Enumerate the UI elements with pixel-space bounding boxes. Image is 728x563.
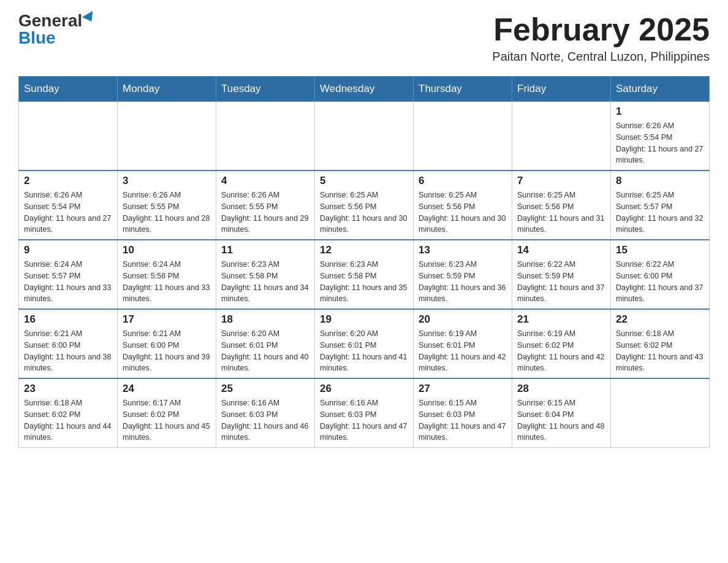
title-area: February 2025 Paitan Norte, Central Luzo… [492,12,710,64]
calendar-week-row: 23Sunrise: 6:18 AMSunset: 6:02 PMDayligh… [19,378,710,448]
day-number: 21 [517,313,605,326]
day-sun-info: Sunrise: 6:17 AMSunset: 6:02 PMDaylight:… [123,397,211,443]
calendar-cell: 20Sunrise: 6:19 AMSunset: 6:01 PMDayligh… [414,309,512,378]
calendar-cell: 25Sunrise: 6:16 AMSunset: 6:03 PMDayligh… [216,378,315,448]
calendar-cell: 28Sunrise: 6:15 AMSunset: 6:04 PMDayligh… [512,378,611,448]
calendar-cell [118,102,216,171]
day-sun-info: Sunrise: 6:20 AMSunset: 6:01 PMDaylight:… [221,328,309,374]
calendar-week-row: 1Sunrise: 6:26 AMSunset: 5:54 PMDaylight… [19,102,710,171]
month-title: February 2025 [492,12,710,47]
day-number: 26 [320,383,408,395]
calendar-cell: 7Sunrise: 6:25 AMSunset: 5:56 PMDaylight… [512,170,611,240]
day-number: 14 [517,244,605,256]
calendar-cell: 5Sunrise: 6:25 AMSunset: 5:56 PMDaylight… [315,170,414,240]
calendar-cell: 1Sunrise: 6:26 AMSunset: 5:54 PMDaylight… [611,102,710,171]
day-sun-info: Sunrise: 6:16 AMSunset: 6:03 PMDaylight:… [221,397,309,443]
logo-blue-text: Blue [18,28,56,47]
day-number: 10 [123,244,211,256]
day-sun-info: Sunrise: 6:15 AMSunset: 6:04 PMDaylight:… [517,397,605,443]
calendar-cell [611,378,710,448]
day-sun-info: Sunrise: 6:19 AMSunset: 6:02 PMDaylight:… [517,328,605,374]
calendar-cell: 10Sunrise: 6:24 AMSunset: 5:58 PMDayligh… [118,240,216,309]
day-number: 9 [24,244,112,256]
day-number: 22 [616,313,704,326]
calendar-cell: 6Sunrise: 6:25 AMSunset: 5:56 PMDaylight… [414,170,512,240]
day-sun-info: Sunrise: 6:25 AMSunset: 5:56 PMDaylight:… [419,190,507,236]
calendar-cell [512,102,611,171]
day-sun-info: Sunrise: 6:16 AMSunset: 6:03 PMDaylight:… [320,397,408,443]
day-sun-info: Sunrise: 6:21 AMSunset: 6:00 PMDaylight:… [24,328,112,374]
day-number: 25 [221,383,309,395]
day-number: 15 [616,244,704,256]
day-sun-info: Sunrise: 6:25 AMSunset: 5:56 PMDaylight:… [517,190,605,236]
day-sun-info: Sunrise: 6:26 AMSunset: 5:54 PMDaylight:… [616,120,704,166]
day-number: 5 [320,175,408,187]
calendar-header-row: SundayMondayTuesdayWednesdayThursdayFrid… [19,77,710,102]
day-number: 2 [24,175,112,187]
calendar-day-header: Saturday [611,77,710,102]
day-number: 3 [123,175,211,187]
day-sun-info: Sunrise: 6:18 AMSunset: 6:02 PMDaylight:… [616,328,704,374]
calendar-cell: 22Sunrise: 6:18 AMSunset: 6:02 PMDayligh… [611,309,710,378]
calendar-cell: 21Sunrise: 6:19 AMSunset: 6:02 PMDayligh… [512,309,611,378]
calendar-cell: 26Sunrise: 6:16 AMSunset: 6:03 PMDayligh… [315,378,414,448]
calendar-cell: 3Sunrise: 6:26 AMSunset: 5:55 PMDaylight… [118,170,216,240]
day-sun-info: Sunrise: 6:18 AMSunset: 6:02 PMDaylight:… [24,397,112,443]
calendar-cell: 18Sunrise: 6:20 AMSunset: 6:01 PMDayligh… [216,309,315,378]
calendar-cell [315,102,414,171]
day-number: 1 [616,105,704,118]
calendar-day-header: Sunday [19,77,118,102]
calendar-cell: 15Sunrise: 6:22 AMSunset: 6:00 PMDayligh… [611,240,710,309]
day-number: 4 [221,175,309,187]
calendar-cell [216,102,315,171]
calendar-cell: 4Sunrise: 6:26 AMSunset: 5:55 PMDaylight… [216,170,315,240]
day-sun-info: Sunrise: 6:24 AMSunset: 5:58 PMDaylight:… [123,259,211,305]
calendar-day-header: Wednesday [315,77,414,102]
calendar-cell: 2Sunrise: 6:26 AMSunset: 5:54 PMDaylight… [19,170,118,240]
day-number: 12 [320,244,408,256]
calendar-day-header: Tuesday [216,77,315,102]
calendar-table: SundayMondayTuesdayWednesdayThursdayFrid… [18,76,710,448]
logo: General Blue [18,12,96,47]
calendar-cell [414,102,512,171]
day-sun-info: Sunrise: 6:25 AMSunset: 5:57 PMDaylight:… [616,190,704,236]
day-sun-info: Sunrise: 6:23 AMSunset: 5:58 PMDaylight:… [221,259,309,305]
day-sun-info: Sunrise: 6:26 AMSunset: 5:55 PMDaylight:… [221,190,309,236]
calendar-cell: 13Sunrise: 6:23 AMSunset: 5:59 PMDayligh… [414,240,512,309]
day-number: 16 [24,313,112,326]
calendar-cell: 14Sunrise: 6:22 AMSunset: 5:59 PMDayligh… [512,240,611,309]
day-sun-info: Sunrise: 6:15 AMSunset: 6:03 PMDaylight:… [419,397,507,443]
day-sun-info: Sunrise: 6:21 AMSunset: 6:00 PMDaylight:… [123,328,211,374]
day-sun-info: Sunrise: 6:26 AMSunset: 5:54 PMDaylight:… [24,190,112,236]
calendar-cell: 24Sunrise: 6:17 AMSunset: 6:02 PMDayligh… [118,378,216,448]
day-number: 18 [221,313,309,326]
day-number: 23 [24,383,112,395]
day-sun-info: Sunrise: 6:19 AMSunset: 6:01 PMDaylight:… [419,328,507,374]
day-number: 19 [320,313,408,326]
day-number: 24 [123,383,211,395]
day-number: 20 [419,313,507,326]
day-sun-info: Sunrise: 6:25 AMSunset: 5:56 PMDaylight:… [320,190,408,236]
day-sun-info: Sunrise: 6:23 AMSunset: 5:58 PMDaylight:… [320,259,408,305]
calendar-day-header: Friday [512,77,611,102]
day-sun-info: Sunrise: 6:26 AMSunset: 5:55 PMDaylight:… [123,190,211,236]
day-number: 13 [419,244,507,256]
calendar-week-row: 16Sunrise: 6:21 AMSunset: 6:00 PMDayligh… [19,309,710,378]
day-sun-info: Sunrise: 6:20 AMSunset: 6:01 PMDaylight:… [320,328,408,374]
calendar-cell: 23Sunrise: 6:18 AMSunset: 6:02 PMDayligh… [19,378,118,448]
calendar-cell: 27Sunrise: 6:15 AMSunset: 6:03 PMDayligh… [414,378,512,448]
day-number: 7 [517,175,605,187]
calendar-cell: 11Sunrise: 6:23 AMSunset: 5:58 PMDayligh… [216,240,315,309]
calendar-cell: 16Sunrise: 6:21 AMSunset: 6:00 PMDayligh… [19,309,118,378]
calendar-week-row: 9Sunrise: 6:24 AMSunset: 5:57 PMDaylight… [19,240,710,309]
calendar-cell: 19Sunrise: 6:20 AMSunset: 6:01 PMDayligh… [315,309,414,378]
calendar-week-row: 2Sunrise: 6:26 AMSunset: 5:54 PMDaylight… [19,170,710,240]
calendar-day-header: Thursday [414,77,512,102]
logo-arrow-icon [82,11,97,25]
location-subtitle: Paitan Norte, Central Luzon, Philippines [492,50,710,64]
day-sun-info: Sunrise: 6:22 AMSunset: 5:59 PMDaylight:… [517,259,605,305]
calendar-day-header: Monday [118,77,216,102]
day-sun-info: Sunrise: 6:23 AMSunset: 5:59 PMDaylight:… [419,259,507,305]
day-number: 27 [419,383,507,395]
calendar-cell: 9Sunrise: 6:24 AMSunset: 5:57 PMDaylight… [19,240,118,309]
